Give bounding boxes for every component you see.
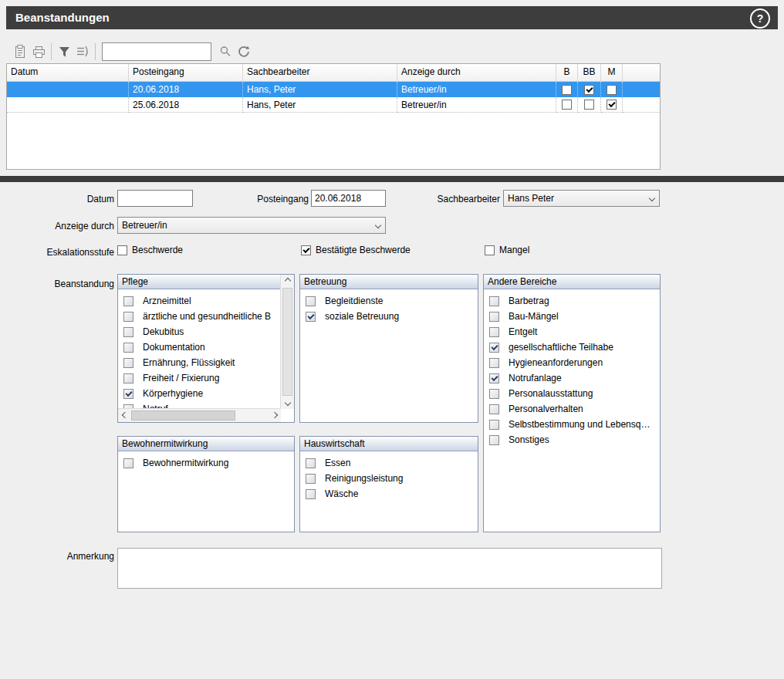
checkbox-box[interactable] bbox=[306, 296, 316, 306]
list-item[interactable]: Sonstiges bbox=[484, 432, 660, 448]
checkbox-box[interactable] bbox=[306, 474, 316, 484]
list-item[interactable]: Personalverhalten bbox=[484, 401, 660, 417]
print-icon[interactable] bbox=[29, 42, 48, 62]
datum-label: Datum bbox=[45, 194, 114, 204]
bb-checkbox[interactable] bbox=[584, 85, 594, 95]
group-bewohnermitwirkung: Bewohnermitwirkung Bewohnermitwirkung bbox=[117, 436, 295, 532]
list-item[interactable]: Essen bbox=[300, 455, 478, 471]
checkbox-box[interactable] bbox=[306, 458, 316, 468]
checkbox-box[interactable] bbox=[123, 327, 133, 337]
checkbox-box[interactable] bbox=[306, 312, 316, 322]
list-item[interactable]: Selbstbestimmung und Lebensq… bbox=[484, 417, 660, 432]
scrollbar-thumb[interactable] bbox=[131, 410, 235, 421]
list-item[interactable]: Begleitdienste bbox=[300, 293, 478, 309]
refresh-icon[interactable] bbox=[235, 42, 253, 62]
eskalationsstufe-label: Eskalationsstufe bbox=[23, 247, 114, 258]
checkbox-box[interactable] bbox=[489, 373, 499, 383]
m-checkbox[interactable] bbox=[607, 100, 617, 110]
list-item[interactable]: Wäsche bbox=[300, 486, 478, 502]
help-icon[interactable]: ? bbox=[750, 8, 770, 29]
b-checkbox[interactable] bbox=[562, 100, 572, 110]
checkbox-box[interactable] bbox=[123, 373, 133, 383]
group-hauswirtschaft-items: Essen Reinigungsleistung Wäsche bbox=[300, 452, 478, 532]
list-item[interactable]: Ernährung, Flüssigkeit bbox=[118, 355, 281, 370]
chevron-down-icon bbox=[375, 222, 381, 228]
list-item[interactable]: Reinigungsleistung bbox=[300, 471, 478, 486]
checkbox-box[interactable] bbox=[489, 312, 499, 322]
horizontal-scrollbar[interactable] bbox=[118, 408, 281, 422]
scroll-down-icon[interactable] bbox=[281, 397, 294, 409]
list-item[interactable]: Bewohnermitwirkung bbox=[118, 455, 294, 471]
filter-options-icon[interactable] bbox=[73, 42, 92, 62]
search-icon[interactable] bbox=[216, 42, 235, 62]
filter-icon[interactable] bbox=[55, 42, 73, 62]
col-header-datum[interactable]: Datum bbox=[7, 64, 129, 81]
anzeige-durch-select[interactable]: Betreuer/in bbox=[117, 217, 386, 234]
col-header-sachbearbeiter[interactable]: Sachbearbeiter bbox=[243, 64, 397, 81]
checkbox-box[interactable] bbox=[306, 489, 316, 499]
list-item[interactable]: Hygieneanforderungen bbox=[484, 355, 660, 370]
cell-anzeige-durch: Betreuer/in bbox=[397, 97, 556, 113]
list-item[interactable]: Entgelt bbox=[484, 324, 660, 340]
bestaetigte-beschwerde-checkbox[interactable]: Bestätigte Beschwerde bbox=[301, 245, 411, 255]
checkbox-box[interactable] bbox=[123, 343, 133, 353]
list-item[interactable]: Personalausstattung bbox=[484, 386, 660, 401]
scrollbar-thumb[interactable] bbox=[282, 288, 292, 396]
list-item[interactable]: Freiheit / Fixierung bbox=[118, 370, 281, 386]
list-item[interactable]: gesellschaftliche Teilhabe bbox=[484, 340, 660, 355]
posteingang-label: Posteingang bbox=[235, 194, 309, 204]
list-item-label: Notrufanlage bbox=[509, 373, 562, 383]
table-row[interactable]: 20.06.2018 Hans, Peter Betreuer/in bbox=[7, 82, 660, 97]
scroll-left-icon[interactable] bbox=[118, 409, 131, 421]
checkbox-box[interactable] bbox=[489, 389, 499, 399]
checkbox-box[interactable] bbox=[489, 358, 499, 368]
checkbox-box[interactable] bbox=[123, 358, 133, 368]
bb-checkbox[interactable] bbox=[584, 100, 594, 110]
checkbox-box[interactable] bbox=[485, 245, 495, 255]
table-row[interactable]: 25.06.2018 Hans, Peter Betreuer/in bbox=[7, 97, 660, 113]
col-header-anzeige-durch[interactable]: Anzeige durch bbox=[397, 64, 556, 81]
col-header-posteingang[interactable]: Posteingang bbox=[129, 64, 243, 81]
checkbox-box[interactable] bbox=[117, 245, 127, 255]
checkbox-box[interactable] bbox=[489, 296, 499, 306]
checkbox-box[interactable] bbox=[489, 435, 499, 445]
scroll-up-icon[interactable] bbox=[281, 275, 294, 287]
b-checkbox[interactable] bbox=[562, 85, 572, 95]
checkbox-box[interactable] bbox=[489, 343, 499, 353]
mangel-checkbox[interactable]: Mangel bbox=[485, 245, 529, 255]
beschwerde-checkbox[interactable]: Beschwerde bbox=[117, 245, 183, 255]
col-header-bb[interactable]: BB bbox=[578, 64, 601, 81]
m-checkbox[interactable] bbox=[607, 85, 617, 95]
checkbox-box[interactable] bbox=[489, 420, 499, 430]
group-pflege: Pflege Arzneimittel ärztliche und gesund… bbox=[117, 274, 295, 423]
col-header-m[interactable]: M bbox=[601, 64, 623, 81]
checkbox-box[interactable] bbox=[123, 389, 133, 399]
col-header-b[interactable]: B bbox=[556, 64, 578, 81]
list-item[interactable]: Barbetrag bbox=[484, 293, 660, 309]
scroll-right-icon[interactable] bbox=[268, 409, 281, 421]
datum-field[interactable] bbox=[117, 190, 193, 207]
search-input[interactable] bbox=[102, 42, 211, 61]
checkbox-box[interactable] bbox=[123, 312, 133, 322]
group-betreuung-header: Betreuung bbox=[300, 275, 478, 289]
list-item[interactable]: Arzneimittel bbox=[118, 293, 281, 309]
list-item[interactable]: Dokumentation bbox=[118, 340, 281, 355]
list-item[interactable]: Körperhygiene bbox=[118, 386, 281, 401]
checkbox-box[interactable] bbox=[489, 404, 499, 414]
vertical-scrollbar[interactable] bbox=[280, 275, 294, 409]
list-item-label: Bau-Mängel bbox=[509, 311, 559, 322]
checkbox-box[interactable] bbox=[123, 458, 133, 468]
paste-icon[interactable] bbox=[11, 42, 29, 62]
anmerkung-field[interactable] bbox=[117, 548, 662, 589]
posteingang-field[interactable] bbox=[311, 190, 386, 207]
checkbox-box[interactable] bbox=[301, 245, 311, 255]
checkbox-box[interactable] bbox=[123, 296, 133, 306]
list-item[interactable]: Bau-Mängel bbox=[484, 309, 660, 324]
sachbearbeiter-select[interactable]: Hans Peter bbox=[503, 190, 660, 207]
list-item[interactable]: Dekubitus bbox=[118, 324, 281, 340]
list-item[interactable]: ärztliche und gesundheitliche B bbox=[118, 309, 281, 324]
list-item[interactable]: Notrufanlage bbox=[484, 370, 660, 386]
checkbox-box[interactable] bbox=[489, 327, 499, 337]
list-item[interactable]: soziale Betreuung bbox=[300, 309, 478, 324]
list-item-label: Dekubitus bbox=[143, 326, 184, 337]
